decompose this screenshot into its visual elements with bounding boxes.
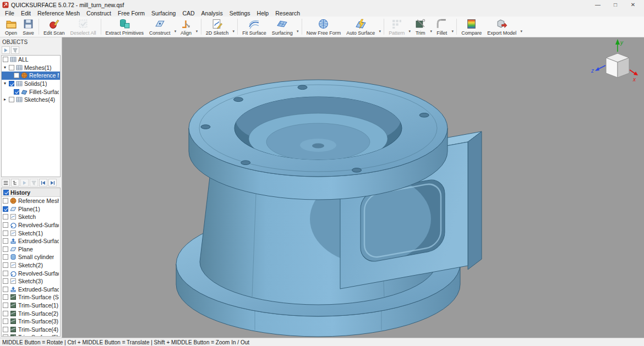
history-item-extruded-surface-s[interactable]: Extruded-Surface (S	[2, 237, 60, 245]
visibility-checkbox[interactable]	[9, 81, 14, 86]
menu-research[interactable]: Research	[272, 10, 303, 17]
go-first-button[interactable]	[39, 179, 47, 186]
tree-list-view-button[interactable]	[11, 179, 19, 186]
replay-button[interactable]	[20, 179, 29, 186]
toolbar-button-align[interactable]: Align	[178, 17, 195, 36]
bolt-hole[interactable]	[419, 113, 429, 118]
visibility-checkbox[interactable]	[3, 222, 8, 228]
toolbar-dropdown-2d-sketch[interactable]: ▾	[231, 17, 236, 36]
menu-free-form[interactable]: Free Form	[114, 10, 148, 17]
toolbar-button-surfacing[interactable]: Surfacing	[269, 17, 296, 36]
visibility-checkbox[interactable]	[3, 311, 8, 316]
visibility-checkbox[interactable]	[3, 278, 8, 284]
objects-tree-item-fillet-surface-4[interactable]: Fillet-Surface(4)	[2, 87, 60, 96]
visibility-checkbox[interactable]	[3, 318, 8, 324]
history-item-trim-surface-5-so[interactable]: Trim-Surface(5) (So	[2, 333, 60, 336]
history-visibility-checkbox[interactable]	[3, 190, 9, 195]
visibility-checkbox[interactable]	[3, 287, 8, 292]
visibility-checkbox[interactable]	[3, 238, 8, 244]
toolbar-button-new-free-form[interactable]: New Free Form	[304, 17, 344, 36]
objects-tree-item-all[interactable]: ALL	[2, 56, 60, 64]
toolbar-button-construct[interactable]: Construct	[146, 17, 173, 36]
toolbar-dropdown-fillet[interactable]: ▾	[450, 17, 455, 36]
toolbar-button-auto-surface[interactable]: Auto Surface	[343, 17, 378, 36]
visibility-checkbox[interactable]	[3, 262, 8, 268]
visibility-checkbox[interactable]	[3, 246, 8, 252]
visibility-checkbox[interactable]	[3, 254, 8, 260]
history-item-sketch-3[interactable]: Sketch(3)	[2, 277, 60, 285]
orientation-cube[interactable]: y x z	[568, 37, 640, 101]
visibility-checkbox[interactable]	[3, 271, 8, 276]
toolbar-button-fit-surface[interactable]: Fit Surface	[239, 17, 269, 36]
filter-history-button[interactable]	[30, 179, 38, 186]
expander-open[interactable]: ▾	[3, 65, 7, 70]
expander-open[interactable]: ▾	[3, 81, 7, 86]
expander-closed[interactable]: ▸	[3, 97, 7, 102]
bolt-hole[interactable]	[298, 85, 307, 90]
history-item-plane-1[interactable]: Plane(1)	[2, 205, 60, 213]
visibility-checkbox[interactable]	[9, 97, 14, 102]
toolbar-button-save[interactable]: Save	[20, 17, 37, 36]
visibility-checkbox[interactable]	[14, 89, 19, 95]
visibility-checkbox[interactable]	[3, 303, 8, 308]
menu-surfacing[interactable]: Surfacing	[148, 10, 179, 17]
minimize-button[interactable]: —	[594, 2, 601, 8]
history-item-trim-surface-2-so[interactable]: Trim-Surface(2) (So	[2, 309, 60, 317]
history-item-sketch-2[interactable]: Sketch(2)	[2, 261, 60, 270]
history-item-reference-mesh[interactable]: Reference Mesh	[2, 197, 60, 205]
menu-construct[interactable]: Construct	[83, 10, 114, 17]
history-item-trim-surface-1-su[interactable]: Trim-Surface(1) (Su	[2, 301, 60, 310]
toolbar-dropdown-pattern[interactable]: ▾	[407, 17, 412, 36]
toolbar-button-fillet[interactable]: Fillet	[433, 17, 450, 36]
toolbar-dropdown-trim[interactable]: ▾	[429, 17, 433, 36]
toolbar-button-trim[interactable]: Trim	[412, 17, 429, 36]
toolbar-dropdown-auto-surface[interactable]: ▾	[378, 17, 382, 36]
visibility-checkbox[interactable]	[3, 214, 8, 219]
visibility-checkbox[interactable]	[3, 198, 8, 204]
menu-help[interactable]: Help	[254, 10, 272, 17]
bolt-hole[interactable]	[241, 161, 250, 165]
history-item-revolved-surface-1[interactable]: Revolved-Surface(1	[2, 269, 60, 277]
bolt-hole[interactable]	[352, 168, 362, 173]
toolbar-button-edit-scan[interactable]: Edit Scan	[41, 17, 68, 36]
objects-tree-item-sketches-4[interactable]: ▸Sketches(4)	[2, 96, 60, 104]
visibility-checkbox[interactable]	[3, 230, 8, 236]
maximize-button[interactable]: □	[612, 2, 619, 8]
history-item-sketch-1[interactable]: Sketch(1)	[2, 229, 60, 237]
viewport-3d[interactable]: y x z	[62, 37, 644, 338]
go-last-button[interactable]	[48, 179, 57, 186]
flat-list-view-button[interactable]	[2, 179, 10, 186]
visibility-checkbox[interactable]	[14, 73, 19, 78]
visibility-checkbox[interactable]	[3, 334, 8, 336]
history-item-revolved-surface-s[interactable]: Revolved-Surface (S	[2, 221, 60, 229]
visibility-checkbox[interactable]	[3, 57, 8, 62]
history-item-extruded-surface-1[interactable]: Extruded-Surface(1	[2, 285, 60, 294]
history-item-trim-surface-solid[interactable]: Trim-Surface (Solid	[2, 293, 60, 301]
menu-settings[interactable]: Settings	[226, 10, 254, 17]
history-item-trim-surface-3-so[interactable]: Trim-Surface(3) (So	[2, 317, 60, 326]
toolbar-button-deselect-all[interactable]: Deselect All	[68, 17, 99, 36]
history-item-trim-surface-4-so[interactable]: Trim-Surface(4) (So	[2, 326, 60, 334]
toolbar-button-2d-sketch[interactable]: 2D Sketch	[203, 17, 232, 36]
history-item-small-cylinder[interactable]: Small cylinder	[2, 253, 60, 261]
toolbar-dropdown-align[interactable]: ▾	[195, 17, 199, 36]
show-all-button[interactable]	[2, 46, 10, 54]
toolbar-button-compare[interactable]: Compare	[459, 17, 484, 36]
objects-tree-item-meshes-1[interactable]: ▾Meshes(1)	[2, 64, 60, 72]
toolbar-button-export-model[interactable]: Export Model	[484, 17, 519, 36]
history-item-sketch[interactable]: Sketch	[2, 213, 60, 221]
filter-button[interactable]	[11, 46, 19, 54]
menu-file[interactable]: File	[2, 10, 18, 17]
side-block-right-face[interactable]	[468, 131, 482, 270]
objects-tree-item-solids-1[interactable]: ▾Solids(1)	[2, 80, 60, 88]
menu-edit[interactable]: Edit	[18, 10, 34, 17]
menu-analysis[interactable]: Analysis	[198, 10, 226, 17]
objects-tree-item-reference-mesh-t[interactable]: Reference Mesh (T	[2, 72, 60, 80]
toolbar-button-extract-primitives[interactable]: Extract Primitives	[103, 17, 147, 36]
history-item-plane[interactable]: Plane	[2, 245, 60, 254]
toolbar-dropdown-construct[interactable]: ▾	[173, 17, 178, 36]
visibility-checkbox[interactable]	[3, 206, 8, 212]
menu-cad[interactable]: CAD	[179, 10, 198, 17]
bolt-hole[interactable]	[201, 125, 210, 129]
toolbar-dropdown-export-model[interactable]: ▾	[519, 17, 523, 36]
